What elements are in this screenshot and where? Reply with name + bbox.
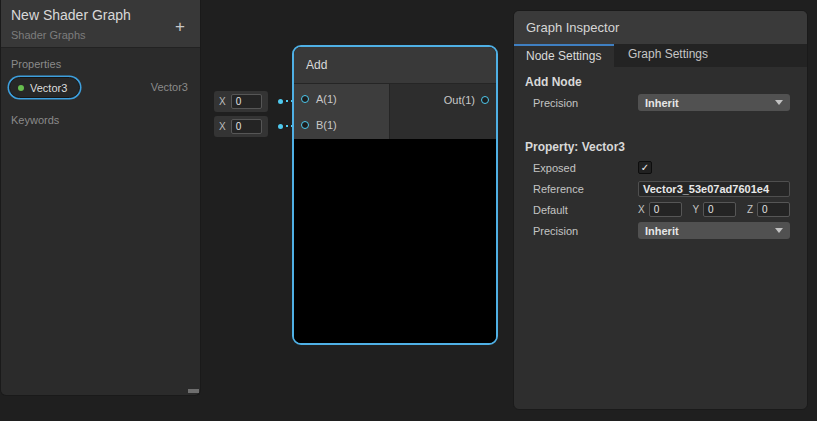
property-type-label: Vector3 bbox=[151, 81, 188, 93]
default-z-group: Z 0 bbox=[747, 202, 790, 217]
property-pill-vector3[interactable]: Vector3 bbox=[9, 77, 80, 98]
port-b-icon[interactable] bbox=[301, 121, 309, 129]
default-row: Default X 0 Y 0 Z 0 bbox=[524, 199, 797, 220]
port-out-label: Out(1) bbox=[444, 94, 475, 106]
properties-section-label: Properties bbox=[1, 48, 200, 70]
inspector-title[interactable]: Graph Inspector bbox=[514, 11, 807, 44]
default-x-group: X 0 bbox=[638, 202, 682, 217]
exposed-row: Exposed ✓ bbox=[524, 157, 797, 178]
output-port-out: Out(1) bbox=[390, 89, 496, 111]
node-title[interactable]: Add bbox=[294, 47, 496, 84]
default-y-axis-label: Y bbox=[692, 204, 699, 215]
node-precision-dropdown[interactable]: Inherit bbox=[638, 94, 790, 111]
node-ports: A(1) B(1) Out(1) bbox=[294, 84, 496, 139]
add-node[interactable]: Add A(1) B(1) Out(1) bbox=[292, 45, 498, 345]
blackboard-header[interactable]: New Shader Graph Shader Graphs + bbox=[1, 0, 200, 48]
blackboard-resize-grip[interactable] bbox=[188, 389, 199, 393]
input-b-axis-label: X bbox=[219, 121, 226, 132]
blackboard-panel: New Shader Graph Shader Graphs + Propert… bbox=[0, 0, 201, 396]
default-x-field[interactable]: 0 bbox=[649, 202, 682, 217]
edge-endpoint-a bbox=[278, 99, 283, 104]
port-a-icon[interactable] bbox=[301, 95, 309, 103]
node-output-ports: Out(1) bbox=[390, 84, 496, 139]
port-a-label: A(1) bbox=[316, 93, 337, 105]
reference-field[interactable]: Vector3_53e07ad7601e4 bbox=[638, 181, 790, 197]
default-y-field[interactable]: 0 bbox=[703, 202, 736, 217]
node-precision-label: Precision bbox=[524, 97, 638, 109]
tab-node-settings[interactable]: Node Settings bbox=[514, 44, 614, 67]
add-node-section-header: Add Node bbox=[525, 75, 797, 89]
property-section-header: Property: Vector3 bbox=[525, 140, 797, 154]
input-b-value-widget: X 0 bbox=[214, 116, 268, 137]
keywords-section-label: Keywords bbox=[1, 104, 200, 126]
exposed-checkbox[interactable]: ✓ bbox=[638, 161, 652, 174]
port-b-label: B(1) bbox=[316, 119, 337, 131]
property-row: Vector3 Vector3 bbox=[1, 70, 200, 104]
input-b-value-field[interactable]: 0 bbox=[231, 119, 262, 134]
property-precision-value: Inherit bbox=[645, 225, 775, 237]
property-precision-label: Precision bbox=[524, 225, 638, 237]
default-z-field[interactable]: 0 bbox=[757, 202, 790, 217]
edge-endpoint-b bbox=[278, 124, 283, 129]
property-type-dot bbox=[18, 85, 24, 91]
checkmark-icon: ✓ bbox=[641, 162, 649, 173]
graph-inspector-panel: Graph Inspector Node Settings Graph Sett… bbox=[513, 10, 808, 410]
exposed-label: Exposed bbox=[524, 162, 638, 174]
inspector-tabs: Node Settings Graph Settings bbox=[514, 44, 807, 67]
node-precision-row: Precision Inherit bbox=[524, 92, 797, 113]
inspector-content: Add Node Precision Inherit Property: Vec… bbox=[514, 67, 807, 241]
default-z-axis-label: Z bbox=[747, 204, 753, 215]
graph-title: New Shader Graph bbox=[11, 7, 131, 23]
property-precision-row: Precision Inherit bbox=[524, 220, 797, 241]
default-y-group: Y 0 bbox=[692, 202, 736, 217]
chevron-down-icon bbox=[775, 228, 783, 233]
input-port-a: A(1) bbox=[294, 88, 389, 110]
default-x-axis-label: X bbox=[638, 204, 645, 215]
chevron-down-icon bbox=[775, 100, 783, 105]
default-label: Default bbox=[524, 204, 638, 216]
port-out-icon[interactable] bbox=[481, 96, 489, 104]
property-precision-dropdown[interactable]: Inherit bbox=[638, 222, 790, 239]
node-preview bbox=[294, 139, 496, 343]
graph-subtitle: Shader Graphs bbox=[11, 29, 86, 41]
input-a-value-widget: X 0 bbox=[214, 91, 268, 112]
input-port-b: B(1) bbox=[294, 114, 389, 136]
node-input-ports: A(1) B(1) bbox=[294, 84, 390, 139]
property-pill-label: Vector3 bbox=[30, 82, 67, 94]
tab-graph-settings[interactable]: Graph Settings bbox=[614, 44, 722, 67]
add-property-button[interactable]: + bbox=[170, 17, 190, 37]
reference-label: Reference bbox=[524, 183, 638, 195]
node-precision-value: Inherit bbox=[645, 97, 775, 109]
input-a-axis-label: X bbox=[219, 96, 226, 107]
reference-row: Reference Vector3_53e07ad7601e4 bbox=[524, 178, 797, 199]
input-a-value-field[interactable]: 0 bbox=[231, 94, 262, 109]
